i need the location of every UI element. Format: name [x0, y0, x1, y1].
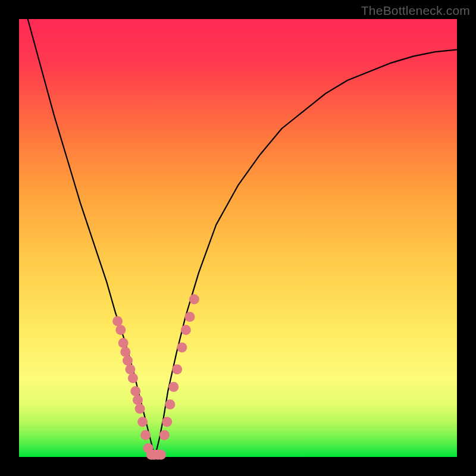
data-dot — [177, 343, 187, 353]
data-dot — [156, 450, 166, 460]
outer-frame: TheBottleneck.com — [0, 0, 476, 476]
data-dot — [185, 312, 195, 322]
data-dot — [189, 295, 199, 305]
chart-plot-area — [19, 19, 457, 457]
dots-layer — [112, 295, 199, 460]
data-dot — [165, 399, 175, 409]
data-dot — [128, 373, 138, 383]
data-dot — [172, 364, 182, 374]
data-dot — [140, 430, 151, 440]
data-dot — [130, 386, 140, 396]
data-dot — [159, 430, 170, 440]
data-dot — [135, 404, 145, 414]
data-dot — [123, 356, 133, 366]
watermark-text: TheBottleneck.com — [361, 4, 470, 18]
data-dot — [120, 347, 130, 357]
data-dot — [125, 364, 135, 374]
data-dot — [162, 417, 172, 427]
data-dot — [181, 325, 191, 335]
data-dot — [112, 316, 123, 326]
data-dot — [115, 325, 126, 335]
data-dot — [168, 382, 178, 392]
data-dot — [137, 417, 148, 427]
chart-svg — [19, 19, 457, 457]
curve-layer — [28, 19, 457, 457]
bottleneck-curve — [28, 19, 457, 457]
data-dot — [133, 395, 143, 405]
data-dot — [118, 338, 129, 348]
